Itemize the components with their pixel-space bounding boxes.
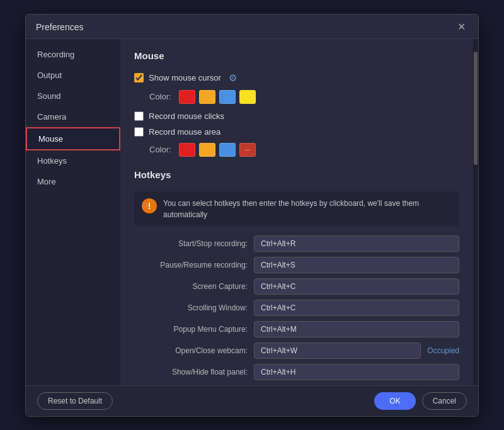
hotkey-row-6: Show/Hide float panel:: [134, 364, 459, 380]
hotkey-row-3: Scrolling Window:: [134, 300, 459, 316]
area-color-label: Color:: [149, 145, 171, 154]
main-panel: Mouse Show mouse cursor ⚙ Color: Record …: [120, 39, 473, 385]
sidebar-item-output[interactable]: Output: [26, 65, 120, 86]
preferences-dialog: Preferences ✕ RecordingOutputSoundCamera…: [25, 14, 479, 417]
sidebar-item-more[interactable]: More: [26, 171, 120, 192]
occupied-badge: Occupied: [427, 346, 459, 355]
sidebar-item-camera[interactable]: Camera: [26, 106, 120, 127]
record-clicks-label: Record mouse clicks: [149, 111, 224, 121]
hotkeys-section-title: Hotkeys: [134, 169, 459, 183]
hotkey-label-1: Pause/Resume recording:: [134, 261, 254, 269]
hotkeys-section: Hotkeys ! You can select hotkeys then en…: [134, 169, 459, 385]
footer-right-buttons: OK Cancel: [374, 392, 467, 410]
sidebar-item-mouse[interactable]: Mouse: [26, 127, 120, 150]
area-color-red[interactable]: [179, 143, 195, 157]
hotkey-row-4: Popup Menu Capture:: [134, 321, 459, 337]
hotkey-label-0: Start/Stop recording:: [134, 239, 254, 248]
title-bar: Preferences ✕: [26, 14, 478, 39]
hotkey-input-6[interactable]: [254, 364, 459, 380]
cursor-color-red[interactable]: [179, 90, 195, 104]
sidebar: RecordingOutputSoundCameraMouseHotkeysMo…: [26, 39, 120, 385]
footer: Reset to Default OK Cancel: [26, 385, 478, 416]
cursor-color-yellow[interactable]: [239, 90, 256, 104]
hotkeys-info-text: You can select hotkeys then enter the ho…: [163, 198, 452, 220]
reset-to-default-button[interactable]: Reset to Default: [37, 392, 113, 410]
hotkey-row-1: Pause/Resume recording:: [134, 257, 459, 273]
record-area-checkbox[interactable]: [134, 127, 144, 137]
dialog-title: Preferences: [36, 22, 83, 32]
sidebar-item-sound[interactable]: Sound: [26, 86, 120, 106]
area-color-blue[interactable]: [219, 143, 236, 157]
close-button[interactable]: ✕: [455, 21, 468, 33]
cancel-button[interactable]: Cancel: [422, 392, 467, 410]
scrollbar-thumb[interactable]: [474, 52, 478, 165]
show-cursor-row: Show mouse cursor ⚙: [134, 72, 459, 84]
sidebar-item-recording[interactable]: Recording: [26, 44, 120, 65]
hotkey-row-5: Open/Close webcam: Occupied: [134, 342, 459, 359]
hotkey-input-1[interactable]: [254, 257, 459, 273]
hotkey-label-2: Screen Capture:: [134, 282, 254, 291]
cursor-color-orange[interactable]: [199, 90, 215, 104]
cursor-color-label: Color:: [149, 92, 171, 101]
record-clicks-checkbox[interactable]: [134, 111, 144, 121]
hotkey-label-3: Scrolling Window:: [134, 303, 254, 312]
cursor-color-row: Color:: [149, 90, 459, 104]
hotkey-label-6: Show/Hide float panel:: [134, 368, 254, 376]
content-area: RecordingOutputSoundCameraMouseHotkeysMo…: [26, 39, 478, 385]
show-cursor-checkbox[interactable]: [134, 73, 144, 82]
hotkeys-info-box: ! You can select hotkeys then enter the …: [134, 191, 459, 227]
mouse-section: Mouse Show mouse cursor ⚙ Color: Record …: [134, 50, 459, 157]
record-area-row: Record mouse area: [134, 127, 459, 137]
sidebar-item-hotkeys[interactable]: Hotkeys: [26, 150, 120, 171]
hotkey-row-0: Start/Stop recording:: [134, 235, 459, 252]
record-clicks-row: Record mouse clicks: [134, 111, 459, 121]
hotkey-input-0[interactable]: [254, 235, 459, 252]
hotkey-label-4: Popup Menu Capture:: [134, 325, 254, 334]
mouse-section-title: Mouse: [134, 50, 459, 64]
hotkey-label-5: Open/Close webcam:: [134, 346, 254, 355]
hotkey-input-2[interactable]: [254, 278, 459, 295]
area-color-row: Color: ···: [149, 143, 459, 157]
record-area-label: Record mouse area: [149, 127, 220, 137]
area-color-dotted[interactable]: ···: [239, 143, 256, 157]
hotkey-row-2: Screen Capture:: [134, 278, 459, 295]
gear-icon[interactable]: ⚙: [229, 72, 237, 84]
cursor-color-blue[interactable]: [219, 90, 236, 104]
hotkey-input-4[interactable]: [254, 321, 459, 337]
scrollbar-track[interactable]: [473, 39, 478, 385]
ok-button[interactable]: OK: [374, 392, 415, 410]
info-icon: !: [142, 198, 157, 213]
hotkey-input-5[interactable]: [254, 342, 421, 359]
area-color-orange[interactable]: [199, 143, 215, 157]
show-cursor-label: Show mouse cursor: [149, 73, 221, 82]
hotkey-input-3[interactable]: [254, 300, 459, 316]
